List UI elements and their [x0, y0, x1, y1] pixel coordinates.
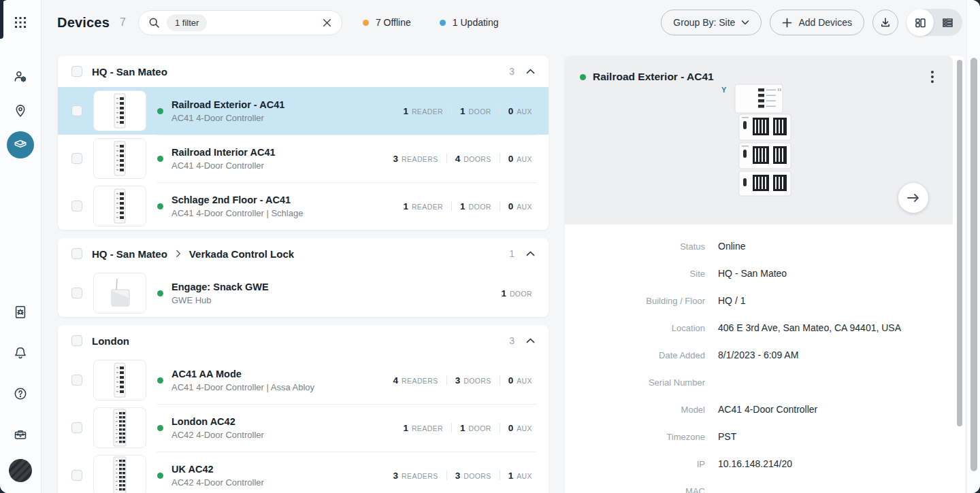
device-count: 7 — [120, 16, 126, 29]
field-label: Model — [565, 405, 705, 415]
group-header: London 3 — [58, 325, 549, 356]
row-checkbox[interactable] — [71, 470, 82, 481]
device-model: AC41 4-Door Controller — [172, 160, 276, 171]
detail-scrollbar[interactable] — [957, 60, 962, 426]
row-checkbox[interactable] — [71, 105, 82, 116]
row-checkbox[interactable] — [71, 288, 82, 299]
field-label: Building / Floor — [565, 296, 705, 306]
device-name: AC41 AA Mode — [172, 369, 314, 379]
app-grid-icon[interactable] — [7, 9, 34, 36]
kebab-menu-icon[interactable] — [927, 69, 938, 85]
device-row-schlage[interactable]: Schlage 2nd Floor - AC41 AC41 4-Door Con… — [58, 182, 549, 230]
search-input[interactable]: 1 filter — [138, 10, 342, 35]
list-view-button[interactable] — [934, 9, 961, 36]
updating-status[interactable]: 1 Updating — [440, 17, 499, 28]
notifications-bell-icon[interactable] — [7, 339, 34, 367]
device-thumbnail — [93, 455, 146, 493]
collapse-chevron-icon[interactable] — [526, 69, 535, 74]
next-device-button[interactable] — [898, 183, 928, 213]
offline-status[interactable]: 7 Offline — [363, 17, 411, 28]
online-dot — [580, 74, 586, 80]
export-button[interactable] — [872, 10, 898, 35]
updating-dot — [440, 20, 446, 26]
field-value: AC41 4-Door Controller — [718, 404, 817, 415]
device-thumbnail — [93, 90, 146, 131]
content-area: HQ - San Mateo 3 — [42, 45, 980, 493]
collapse-chevron-icon[interactable] — [526, 251, 535, 256]
field-value: HQ - San Mateo — [718, 268, 787, 279]
page-header: Devices 7 1 filter 7 Offline 1 Updating — [42, 0, 980, 45]
device-row-railroad-exterior[interactable]: Railroad Exterior - AC41 AC41 4-Door Con… — [58, 87, 549, 135]
field-value: 10.16.148.214/20 — [718, 458, 792, 469]
field-label: Site — [565, 269, 705, 279]
field-value: PST — [718, 431, 736, 442]
window-frame-edge — [0, 0, 3, 39]
device-name: London AC42 — [172, 416, 264, 427]
device-thumbnail — [93, 138, 146, 179]
detail-title: Railroad Exterior - AC41 — [593, 71, 714, 83]
view-toggle — [906, 9, 962, 36]
add-devices-button[interactable]: Add Devices — [770, 10, 864, 35]
search-icon — [148, 17, 160, 29]
device-group-london: London 3 — [58, 325, 549, 493]
avatar[interactable] — [9, 459, 32, 482]
group-title: HQ - San Mateo — [92, 248, 167, 260]
device-model: AC41 4-Door Controller — [172, 113, 284, 123]
device-row-railroad-interior[interactable]: Railroad Interior AC41 AC41 4-Door Contr… — [58, 135, 549, 182]
clear-search-icon[interactable] — [322, 18, 332, 28]
field-label: MAC — [565, 486, 705, 493]
row-checkbox[interactable] — [71, 153, 82, 164]
device-row-london-ac42[interactable]: London AC42 AC42 4-Door Controller 1READ… — [58, 404, 549, 452]
row-checkbox[interactable] — [71, 375, 82, 386]
row-checkbox[interactable] — [71, 422, 82, 433]
field-label: Timezone — [565, 432, 705, 442]
online-dot — [157, 425, 163, 431]
group-checkbox[interactable] — [71, 248, 82, 259]
group-header: HQ - San Mateo 3 — [58, 56, 549, 87]
group-by-button[interactable]: Group By: Site — [661, 10, 762, 35]
online-dot — [157, 108, 163, 114]
offline-dot — [363, 20, 369, 26]
devices-icon[interactable] — [7, 131, 34, 158]
group-by-label: Group By: Site — [673, 17, 735, 28]
filter-chip[interactable]: 1 filter — [167, 14, 207, 31]
split-view-button[interactable] — [906, 9, 934, 36]
device-row-uk-ac42[interactable]: UK AC42 AC42 4-Door Controller 3READERS … — [58, 452, 549, 493]
window-scrollbar[interactable] — [970, 58, 977, 471]
group-subtitle: Verkada Control Lock — [189, 248, 294, 260]
device-name: Railroad Exterior - AC41 — [172, 99, 284, 110]
device-model: AC42 4-Door Controller — [172, 477, 264, 488]
plus-icon — [782, 18, 792, 28]
sidebar — [0, 0, 42, 493]
device-row-engage-snack[interactable]: Engage: Snack GWE GWE Hub 1DOOR — [58, 269, 549, 317]
device-model: AC41 4-Door Controller | Assa Abloy — [172, 382, 314, 392]
device-stats: 1DOOR — [501, 287, 532, 299]
group-count: 3 — [509, 66, 514, 77]
toolbox-icon[interactable] — [7, 421, 34, 448]
device-stats: 4READERS 3DOORS 0AUX — [393, 374, 532, 386]
row-checkbox[interactable] — [71, 201, 82, 211]
device-row-ac41-aa-mode[interactable]: AC41 AA Mode AC41 4-Door Controller | As… — [58, 356, 549, 404]
user-settings-icon[interactable] — [7, 63, 34, 90]
svg-text:Y: Y — [721, 86, 727, 94]
field-label: Date Added — [565, 350, 705, 360]
device-stats: 1READER 1DOOR 0AUX — [403, 200, 532, 212]
device-name: Schlage 2nd Floor - AC41 — [172, 194, 303, 205]
group-title: London — [92, 335, 129, 347]
window-scrollbar-track — [966, 0, 980, 493]
header-actions: Group By: Site Add Devices — [661, 9, 962, 36]
location-pin-icon[interactable] — [7, 97, 34, 124]
group-checkbox[interactable] — [71, 335, 82, 346]
device-name: UK AC42 — [172, 464, 264, 475]
help-icon[interactable] — [7, 380, 34, 407]
online-dot — [157, 377, 163, 384]
report-doc-icon[interactable] — [7, 299, 34, 326]
device-list: HQ - San Mateo 3 — [58, 56, 549, 493]
group-count: 3 — [509, 335, 514, 346]
device-name: Engage: Snack GWE — [172, 282, 269, 292]
group-checkbox[interactable] — [71, 66, 82, 77]
device-model: AC42 4-Door Controller — [172, 430, 264, 440]
device-name: Railroad Interior AC41 — [172, 147, 276, 158]
collapse-chevron-icon[interactable] — [526, 338, 535, 343]
device-detail-panel: Railroad Exterior - AC41 Y — [565, 56, 965, 493]
